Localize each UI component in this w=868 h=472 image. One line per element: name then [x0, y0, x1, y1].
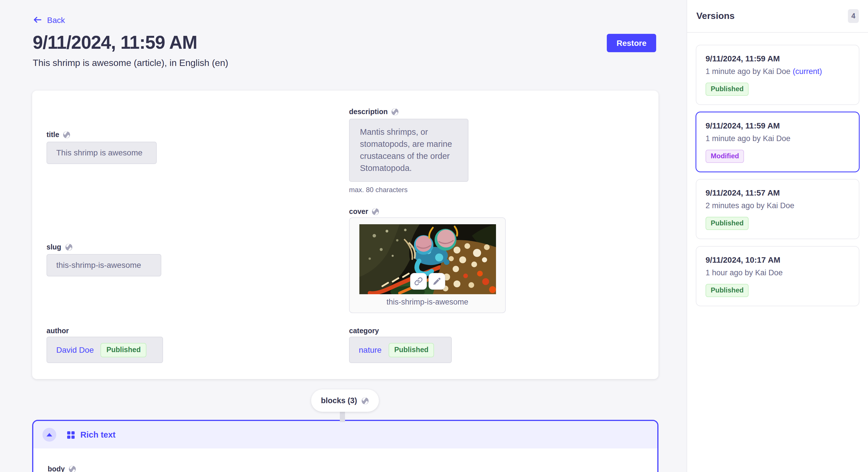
- globe-icon: [65, 243, 73, 251]
- current-tag: (current): [793, 67, 822, 76]
- description-field-label: description: [349, 108, 399, 116]
- arrow-left-icon: [33, 15, 42, 25]
- page-subtitle: This shrimp is awesome (article), in Eng…: [33, 58, 228, 68]
- title-field-label: title: [46, 131, 71, 139]
- version-meta: 1 minute ago by Kai Doe(current): [706, 67, 849, 76]
- version-status-badge: Published: [706, 217, 749, 230]
- cover-field-label: cover: [349, 208, 380, 216]
- author-status-badge: Published: [101, 343, 146, 357]
- rich-text-block: Rich text body: [32, 420, 658, 472]
- collapse-block-button[interactable]: [42, 428, 56, 442]
- version-history-page: Back 9/11/2024, 11:59 AM This shrimp is …: [0, 0, 868, 472]
- description-hint: max. 80 characters: [349, 186, 408, 194]
- globe-icon: [372, 208, 380, 216]
- globe-icon: [63, 131, 71, 139]
- back-label: Back: [47, 15, 65, 24]
- page-title: 9/11/2024, 11:59 AM: [33, 32, 197, 53]
- cover-media-card: this-shrimp-is-awesome: [349, 217, 506, 313]
- category-field-label: category: [349, 327, 379, 335]
- version-item-selected[interactable]: 9/11/2024, 11:59 AM 1 minute ago by Kai …: [696, 112, 859, 172]
- blocks-grid-icon: [67, 430, 75, 439]
- description-textarea: Mantis shrimps, or stomatopods, are mari…: [349, 119, 468, 182]
- entry-form-card: title This shrimp is awesome slug this-s…: [32, 91, 658, 379]
- version-status-badge: Published: [706, 284, 749, 297]
- version-meta: 1 minute ago by Kai Doe: [706, 134, 849, 143]
- version-item[interactable]: 9/11/2024, 11:57 AM 2 minutes ago by Kai…: [696, 179, 859, 239]
- version-date: 9/11/2024, 10:17 AM: [706, 255, 849, 264]
- author-field-label: author: [46, 327, 69, 335]
- rich-text-block-header[interactable]: Rich text: [33, 421, 657, 448]
- versions-title: Versions: [696, 11, 735, 21]
- version-meta: 1 hour ago by Kai Doe: [706, 268, 849, 277]
- cover-caption: this-shrimp-is-awesome: [350, 298, 505, 306]
- version-date: 9/11/2024, 11:57 AM: [706, 188, 849, 197]
- versions-sidebar: Versions 4 9/11/2024, 11:59 AM 1 minute …: [687, 0, 868, 472]
- author-relation-field: David Doe Published: [46, 337, 163, 363]
- globe-icon: [361, 397, 369, 405]
- chevron-up-icon: [46, 433, 52, 436]
- cover-actions: [410, 273, 445, 290]
- rich-text-block-title: Rich text: [81, 430, 116, 439]
- slug-field-label: slug: [46, 243, 73, 251]
- version-meta: 2 minutes ago by Kai Doe: [706, 201, 849, 210]
- edit-media-button[interactable]: [428, 273, 445, 290]
- blocks-field-pill: blocks (3): [311, 390, 379, 412]
- version-status-badge: Modified: [706, 150, 744, 163]
- title-input: This shrimp is awesome: [46, 142, 157, 164]
- copy-link-button[interactable]: [410, 273, 427, 290]
- restore-button[interactable]: Restore: [607, 34, 656, 52]
- author-link[interactable]: David Doe: [56, 345, 94, 355]
- version-status-badge: Published: [706, 82, 749, 96]
- versions-header: Versions 4: [687, 0, 868, 33]
- back-link[interactable]: Back: [33, 15, 65, 25]
- category-relation-field: nature Published: [349, 337, 452, 363]
- versions-count-badge: 4: [848, 9, 859, 23]
- version-list: 9/11/2024, 11:59 AM 1 minute ago by Kai …: [687, 33, 868, 318]
- body-field-label: body: [48, 465, 76, 472]
- globe-icon: [391, 108, 399, 116]
- version-item[interactable]: 9/11/2024, 10:17 AM 1 hour ago by Kai Do…: [696, 246, 859, 306]
- link-icon: [414, 277, 423, 285]
- version-date: 9/11/2024, 11:59 AM: [706, 121, 849, 130]
- blocks-field-label: blocks (3): [321, 396, 357, 405]
- pencil-icon: [432, 277, 441, 285]
- category-link[interactable]: nature: [359, 345, 381, 355]
- version-item[interactable]: 9/11/2024, 11:59 AM 1 minute ago by Kai …: [696, 45, 859, 105]
- globe-icon: [68, 465, 76, 472]
- main-panel: Back 9/11/2024, 11:59 AM This shrimp is …: [0, 0, 687, 472]
- category-status-badge: Published: [389, 343, 434, 357]
- slug-input: this-shrimp-is-awesome: [46, 254, 161, 276]
- version-date: 9/11/2024, 11:59 AM: [706, 54, 849, 63]
